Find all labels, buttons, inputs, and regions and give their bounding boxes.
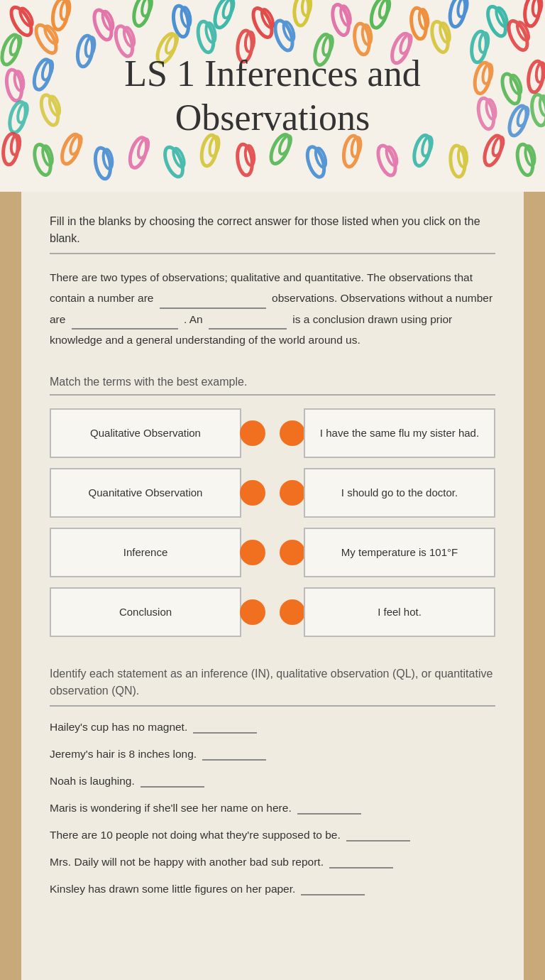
section1-divider [50,253,495,254]
match-box-example-2[interactable]: I should go to the doctor. [304,468,495,518]
identify-section: Identify each statement as an inference … [50,665,495,895]
identify-answer-4[interactable] [297,800,361,815]
section1-instructions: Fill in the blanks by choosing the corre… [50,213,495,247]
fill-paragraph: There are two types of observations; qua… [50,267,495,351]
match-right-col: I have the same flu my sister had. I sho… [280,408,495,637]
svg-point-27 [532,0,543,17]
match-box-conclusion[interactable]: Conclusion [50,587,241,637]
identify-item-3: Noah is laughing. [50,773,495,788]
match-box-example-4[interactable]: I feel hot. [304,587,495,637]
svg-point-19 [378,0,392,19]
match-dot-conclusion[interactable] [240,599,265,625]
main-content: Fill in the blanks by choosing the corre… [21,192,524,980]
identify-item-4: Maris is wondering if she'll see her nam… [50,800,495,815]
match-grid: Qualitative Observation Quanitative Obse… [50,408,495,637]
identify-item-2: Jeremy's hair is 8 inches long. [50,746,495,761]
match-left-item-3: Inference [50,528,265,577]
match-right-dot-1[interactable] [280,420,305,446]
blank-3[interactable] [209,315,287,330]
identify-instructions: Identify each statement as an inference … [50,665,495,699]
identify-item-5: There are 10 people not doing what they'… [50,827,495,842]
match-right-item-1: I have the same flu my sister had. [280,408,495,458]
identify-item-6: Mrs. Daily will not be happy with anothe… [50,854,495,869]
match-right-item-4: I feel hot. [280,587,495,637]
match-box-qualitative-obs[interactable]: Qualitative Observation [50,408,241,458]
match-dot-quantitative[interactable] [240,480,265,506]
match-right-dot-2[interactable] [280,480,305,506]
match-box-inference[interactable]: Inference [50,528,241,577]
match-left-col: Qualitative Observation Quanitative Obse… [50,408,265,637]
match-right-dot-3[interactable] [280,540,305,565]
identify-answer-7[interactable] [301,881,365,895]
match-section: Match the terms with the best example. Q… [50,376,495,637]
match-box-example-3[interactable]: My temperature is 101°F [304,528,495,577]
svg-point-11 [221,0,236,19]
match-right-item-3: My temperature is 101°F [280,528,495,577]
header-section: LS 1 Inferences and Observations [0,0,545,192]
blank-1[interactable] [160,295,266,309]
match-box-quantitative-obs[interactable]: Quanitative Observation [50,468,241,518]
match-instructions: Match the terms with the best example. [50,376,495,388]
identify-answer-2[interactable] [202,746,266,761]
identify-answer-1[interactable] [193,719,257,734]
blank-2[interactable] [72,315,178,330]
identify-item-1: Hailey's cup has no magnet. [50,719,495,734]
match-right-dot-4[interactable] [280,599,305,625]
match-box-example-1[interactable]: I have the same flu my sister had. [304,408,495,458]
identify-divider [50,705,495,707]
match-divider [50,394,495,396]
match-left-item-1: Qualitative Observation [50,408,265,458]
match-left-item-4: Conclusion [50,587,265,637]
identify-answer-3[interactable] [141,773,204,788]
identify-answer-5[interactable] [346,827,410,842]
identify-answer-6[interactable] [329,854,393,869]
match-dot-inference[interactable] [240,540,265,565]
page-title: LS 1 Inferences and Observations [0,52,545,141]
match-right-item-2: I should go to the doctor. [280,468,495,518]
match-left-item-2: Quanitative Observation [50,468,265,518]
identify-item-7: Kinsley has drawn some little figures on… [50,881,495,895]
identify-list: Hailey's cup has no magnet. Jeremy's hai… [50,719,495,895]
match-dot-qualitative[interactable] [240,420,265,446]
svg-point-7 [141,0,154,17]
svg-point-23 [456,0,469,18]
